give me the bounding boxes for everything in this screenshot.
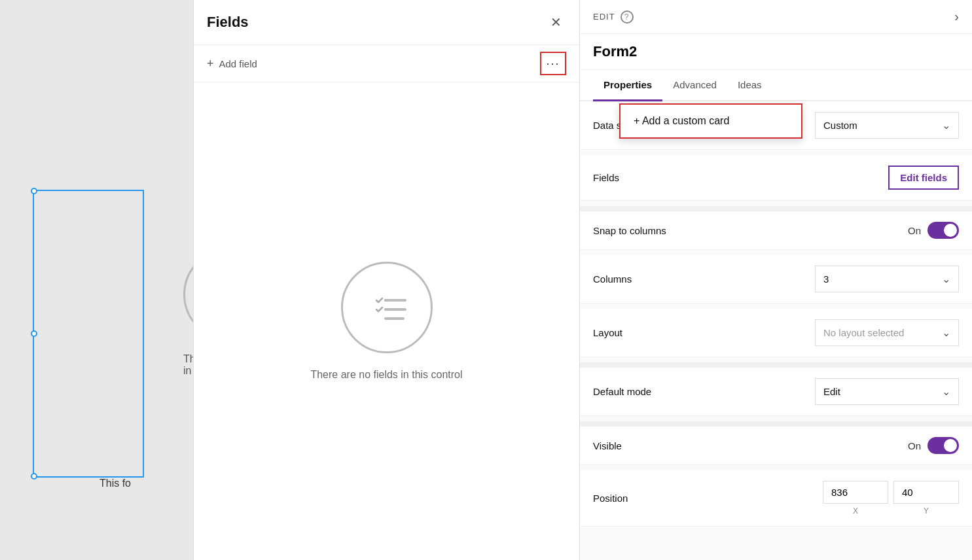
position-row: Position X Y bbox=[580, 470, 972, 527]
edit-fields-button[interactable]: Edit fields bbox=[888, 166, 959, 190]
data-source-chevron: ⌄ bbox=[942, 119, 950, 131]
snap-toggle[interactable] bbox=[927, 222, 959, 239]
props-section-snap: Snap to columns On bbox=[580, 211, 972, 250]
fields-panel-title: Fields bbox=[207, 14, 249, 31]
default-mode-row: Default mode Edit ⌄ bbox=[580, 368, 972, 416]
visible-row: Visible On bbox=[580, 427, 972, 465]
columns-value: 3 bbox=[823, 273, 829, 285]
layout-label: Layout bbox=[593, 327, 622, 338]
add-custom-card-label: + Add a custom card bbox=[634, 115, 729, 127]
visible-label: Visible bbox=[593, 440, 622, 451]
fields-close-button[interactable]: ✕ bbox=[545, 12, 566, 33]
props-section-layout: Layout No layout selected ⌄ bbox=[580, 309, 972, 357]
position-y-input[interactable] bbox=[893, 481, 959, 504]
position-inputs: X Y bbox=[823, 481, 959, 516]
columns-chevron: ⌄ bbox=[942, 273, 950, 285]
layout-chevron: ⌄ bbox=[942, 326, 950, 339]
props-header: EDIT ? › bbox=[580, 0, 972, 34]
layout-select[interactable]: No layout selected ⌄ bbox=[815, 319, 959, 346]
resize-handle-top-left[interactable] bbox=[31, 188, 37, 194]
visible-toggle-label: On bbox=[908, 440, 921, 451]
fields-panel: Fields ✕ + Add field ··· + Add a custom … bbox=[193, 0, 579, 560]
add-field-label: Add field bbox=[219, 58, 257, 69]
props-edit-text: EDIT bbox=[593, 12, 615, 22]
selection-box[interactable] bbox=[33, 190, 144, 478]
fields-row: Fields Edit fields bbox=[580, 155, 972, 201]
props-form-name: Form2 bbox=[580, 34, 972, 70]
help-icon[interactable]: ? bbox=[621, 10, 634, 24]
visible-toggle-wrapper: On bbox=[908, 437, 959, 454]
columns-select[interactable]: 3 ⌄ bbox=[815, 266, 959, 292]
columns-row: Columns 3 ⌄ bbox=[580, 255, 972, 304]
default-mode-value: Edit bbox=[823, 386, 840, 397]
canvas-background: There are no fields in this control This… bbox=[0, 0, 193, 560]
props-section-columns: Columns 3 ⌄ bbox=[580, 255, 972, 304]
fields-toolbar: + Add field ··· bbox=[194, 45, 579, 82]
more-options-button[interactable]: ··· bbox=[540, 52, 566, 75]
snap-to-columns-label: Snap to columns bbox=[593, 225, 666, 236]
fields-header: Fields ✕ bbox=[194, 0, 579, 45]
divider-3 bbox=[580, 421, 972, 427]
snap-toggle-wrapper: On bbox=[908, 222, 959, 239]
plus-icon: + bbox=[207, 57, 214, 71]
position-x-group: X bbox=[823, 481, 888, 516]
default-mode-label: Default mode bbox=[593, 386, 651, 397]
layout-row: Layout No layout selected ⌄ bbox=[580, 309, 972, 357]
props-section-default-mode: Default mode Edit ⌄ bbox=[580, 368, 972, 416]
visible-toggle[interactable] bbox=[927, 437, 959, 454]
layout-placeholder: No layout selected bbox=[823, 327, 904, 338]
divider-2 bbox=[580, 362, 972, 368]
more-dots-icon: ··· bbox=[546, 57, 560, 71]
props-edit-section: EDIT ? bbox=[593, 10, 634, 24]
add-custom-card-dropdown: + Add a custom card bbox=[619, 103, 802, 139]
fields-empty-state: There are no fields in this control bbox=[194, 82, 579, 560]
add-field-button[interactable]: + Add field bbox=[207, 57, 257, 71]
fields-row-label: Fields bbox=[593, 172, 619, 183]
canvas-area: There are no fields in this control This… bbox=[0, 0, 193, 560]
position-x-input[interactable] bbox=[823, 481, 888, 504]
fields-row-control: Edit fields bbox=[888, 166, 959, 190]
props-section-visible: Visible On bbox=[580, 427, 972, 465]
data-source-select[interactable]: Custom ⌄ bbox=[815, 112, 959, 139]
properties-panel: EDIT ? › Form2 Properties Advanced Ideas… bbox=[579, 0, 972, 560]
resize-handle-mid-left[interactable] bbox=[31, 330, 37, 337]
tab-advanced[interactable]: Advanced bbox=[662, 70, 727, 101]
empty-state-text: There are no fields in this control bbox=[183, 353, 193, 377]
data-source-control: Custom ⌄ bbox=[815, 112, 959, 139]
divider-1 bbox=[580, 206, 972, 211]
position-y-group: Y bbox=[893, 481, 959, 516]
props-forward-button[interactable]: › bbox=[954, 9, 959, 24]
this-label: This fo bbox=[99, 478, 131, 489]
snap-to-columns-row: Snap to columns On bbox=[580, 211, 972, 250]
fields-empty-icon bbox=[341, 262, 433, 353]
layout-control: No layout selected ⌄ bbox=[815, 319, 959, 346]
tab-ideas[interactable]: Ideas bbox=[727, 70, 772, 101]
empty-state-container: There are no fields in this control bbox=[183, 249, 193, 377]
position-label: Position bbox=[593, 493, 628, 504]
data-source-value: Custom bbox=[823, 120, 857, 131]
default-mode-chevron: ⌄ bbox=[942, 385, 950, 398]
props-tabs: Properties Advanced Ideas bbox=[580, 70, 972, 101]
columns-label: Columns bbox=[593, 273, 632, 285]
props-section-position: Position X Y bbox=[580, 470, 972, 527]
default-mode-control: Edit ⌄ bbox=[815, 378, 959, 405]
columns-control: 3 ⌄ bbox=[815, 266, 959, 292]
position-x-label: X bbox=[853, 506, 858, 516]
snap-toggle-label: On bbox=[908, 225, 921, 236]
default-mode-select[interactable]: Edit ⌄ bbox=[815, 378, 959, 405]
tab-properties[interactable]: Properties bbox=[593, 70, 662, 101]
add-custom-card-item[interactable]: + Add a custom card bbox=[621, 105, 801, 137]
fields-empty-text: There are no fields in this control bbox=[310, 369, 462, 381]
resize-handle-bot-left[interactable] bbox=[31, 473, 37, 480]
position-y-label: Y bbox=[924, 506, 929, 516]
props-section-fields: Fields Edit fields bbox=[580, 155, 972, 201]
empty-state-icon bbox=[183, 249, 193, 340]
